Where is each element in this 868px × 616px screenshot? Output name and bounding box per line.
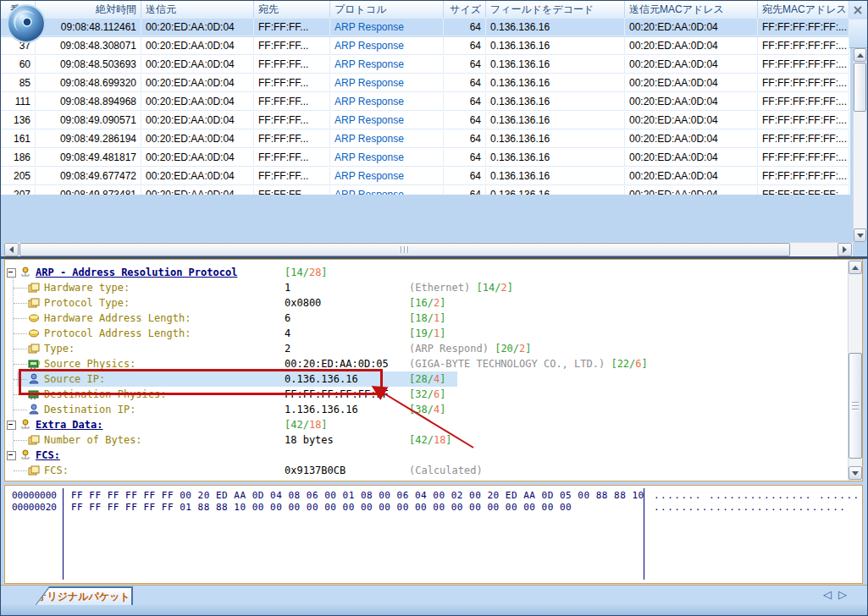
tree-row-value: 4 [285, 326, 290, 341]
tree-row-label: Number of Bytes: [44, 432, 142, 448]
tree-row[interactable]: Destination IP:1.136.136.16[38/4] [5, 402, 843, 417]
tree-expand-toggle[interactable] [7, 421, 16, 430]
hscroll-thumb[interactable] [19, 243, 790, 256]
cell: FF:FF:FF:FF:FF:... [758, 168, 849, 185]
table-row[interactable]: 20709:08:49.87348100:20:ED:AA:0D:04FF:FF… [1, 186, 849, 195]
column-header-7[interactable]: フィールドをデコード [486, 1, 625, 18]
tree-row[interactable]: Hardware Address Length:6[18/1] [5, 311, 843, 326]
column-header-3[interactable]: 送信元 [141, 1, 254, 18]
cell: 64 [444, 37, 486, 55]
table-row[interactable]: 1409:08:48.11246100:20:ED:AA:0D:04FF:FF:… [1, 19, 849, 37]
scroll-left-button[interactable] [4, 243, 19, 256]
app-logo-icon[interactable] [6, 3, 47, 44]
table-row[interactable]: 18609:08:49.48181700:20:ED:AA:0D:04FF:FF… [1, 149, 849, 168]
cell: FF:FF:FF... [254, 149, 330, 167]
cell: 0.136.136.16 [486, 168, 625, 185]
cell: 186 [1, 149, 36, 167]
tab-original-packet[interactable]: オリジナルパケット [35, 586, 133, 606]
tree-row-label: Extra Data: [36, 417, 102, 432]
cell: 00:20:ED:AA:0D:04 [625, 149, 758, 167]
tree-row-value: 6 [285, 311, 290, 326]
tree-expand-toggle[interactable] [7, 451, 16, 460]
tree-row-value: 18 bytes [285, 432, 334, 448]
cell: 64 [444, 112, 486, 129]
tab-scroll-left-icon[interactable]: ◁ [823, 587, 832, 602]
scroll-up-button[interactable] [854, 48, 866, 62]
cell: 09:08:49.286194 [36, 130, 141, 148]
tree-row[interactable]: FCS: [5, 448, 843, 463]
tree-expand-toggle[interactable] [7, 268, 16, 278]
close-icon [852, 5, 864, 15]
cell: 00:20:ED:AA:0D:04 [625, 112, 758, 129]
tab-bar: オリジナルパケット ◁ ▷ [1, 585, 868, 606]
tree-row-info: (Ethernet) [14/2] [409, 280, 513, 295]
cell: ARP Response [330, 74, 444, 92]
tree-vscroll-thumb[interactable] [849, 353, 862, 459]
cell: 0.136.136.16 [486, 112, 625, 129]
tab-label: オリジナルパケット [36, 588, 131, 606]
tree-row-value: 0x9137B0CB [285, 463, 346, 478]
tree-row-info: [14/28] [285, 265, 328, 280]
tree-row-info: [42/18] [409, 432, 452, 448]
column-header-4[interactable]: 宛先 [254, 1, 330, 18]
cell: FF:FF:FF:FF:FF:... [758, 112, 849, 129]
tree-vscrollbar[interactable] [848, 260, 862, 481]
tree-row-info: (ARP Respond) [20/2] [409, 341, 532, 356]
tree-row[interactable]: Protocol Address Length:4[19/1] [5, 326, 843, 341]
hex-bytes[interactable]: FF FF FF FF FF FF 00 20 ED AA 0D 04 08 0… [71, 490, 644, 502]
table-vscrollbar[interactable] [853, 48, 866, 242]
tab-scroll-right-icon[interactable]: ▷ [838, 587, 847, 602]
tree-row[interactable]: FCS:0x9137B0CB(Calculated) [5, 463, 843, 478]
cell: FF:FF:FF... [254, 37, 330, 55]
cell: 136 [1, 112, 36, 129]
tree-scroll-down-button[interactable] [849, 466, 862, 480]
close-button[interactable] [849, 3, 867, 16]
tree-row[interactable]: Type:2(ARP Respond) [20/2] [5, 341, 843, 356]
cell: 09:08:49.873481 [36, 186, 141, 195]
table-row[interactable]: 3709:08:48.30807100:20:ED:AA:0D:04FF:FF:… [1, 37, 849, 56]
table-row[interactable]: 20509:08:49.67747200:20:ED:AA:0D:04FF:FF… [1, 168, 849, 186]
tree-row[interactable]: Number of Bytes:18 bytes[42/18] [5, 432, 843, 448]
cell: 0.136.136.16 [486, 186, 625, 195]
table-hscrollbar[interactable] [4, 242, 853, 257]
cell: 0.136.136.16 [486, 149, 625, 167]
cell: 0.136.136.16 [486, 19, 625, 36]
scroll-right-button[interactable] [838, 243, 852, 256]
cell: 64 [444, 56, 486, 74]
table-row[interactable]: 8509:08:48.69932000:20:ED:AA:0D:04FF:FF:… [1, 74, 849, 93]
vscroll-thumb[interactable] [854, 63, 866, 112]
tree-scroll-up-button[interactable] [849, 261, 862, 274]
table-row[interactable]: 11109:08:48.89496800:20:ED:AA:0D:04FF:FF… [1, 93, 849, 112]
window-bottom-frame [1, 605, 868, 616]
cell: 00:20:ED:AA:0D:04 [141, 19, 254, 36]
tree-row-info: [28/4] [409, 371, 445, 387]
cell: 00:20:ED:AA:0D:04 [625, 19, 758, 36]
cell: 09:08:48.112461 [36, 19, 141, 36]
tree-row-info: (Calculated) [409, 463, 483, 478]
column-header-6[interactable]: サイズ [444, 1, 486, 18]
tree-connector [14, 470, 27, 471]
scroll-down-button[interactable] [854, 228, 866, 242]
hex-line: 00000000FF FF FF FF FF FF 00 20 ED AA 0D… [5, 490, 862, 502]
table-row[interactable]: 13609:08:49.09057100:20:ED:AA:0D:04FF:FF… [1, 112, 849, 130]
table-row[interactable]: 16109:08:49.28619400:20:ED:AA:0D:04FF:FF… [1, 130, 849, 149]
column-header-9[interactable]: 宛先MACアドレス [758, 1, 849, 18]
tree-row-label: Type: [44, 341, 75, 356]
cell: 111 [1, 93, 36, 111]
cell: 00:20:ED:AA:0D:04 [625, 93, 758, 111]
tree-connector [14, 333, 27, 334]
tree-connector [14, 440, 27, 441]
cell: 85 [1, 74, 36, 92]
table-row[interactable]: 6009:08:48.50369300:20:ED:AA:0D:04FF:FF:… [1, 56, 849, 74]
tree-row[interactable]: ARP - Address Resolution Protocol[14/28] [5, 265, 843, 280]
column-header-8[interactable]: 送信元MACアドレス [625, 1, 758, 18]
cell: 09:08:49.481817 [36, 149, 141, 167]
tree-row[interactable]: Extra Data:[42/18] [5, 417, 843, 432]
cell: FF:FF:FF:FF:FF:... [758, 19, 849, 36]
column-header-5[interactable]: プロトコル [330, 1, 444, 18]
tree-row[interactable]: Protocol Type:0x0800[16/2] [5, 295, 843, 311]
hex-bytes[interactable]: FF FF FF FF FF FF 01 88 88 10 00 00 00 0… [71, 502, 572, 514]
cell: 00:20:ED:AA:0D:04 [141, 37, 254, 55]
column-header-2[interactable]: 絶対時間 [36, 1, 141, 18]
tree-row[interactable]: Hardware type:1(Ethernet) [14/2] [5, 280, 843, 295]
